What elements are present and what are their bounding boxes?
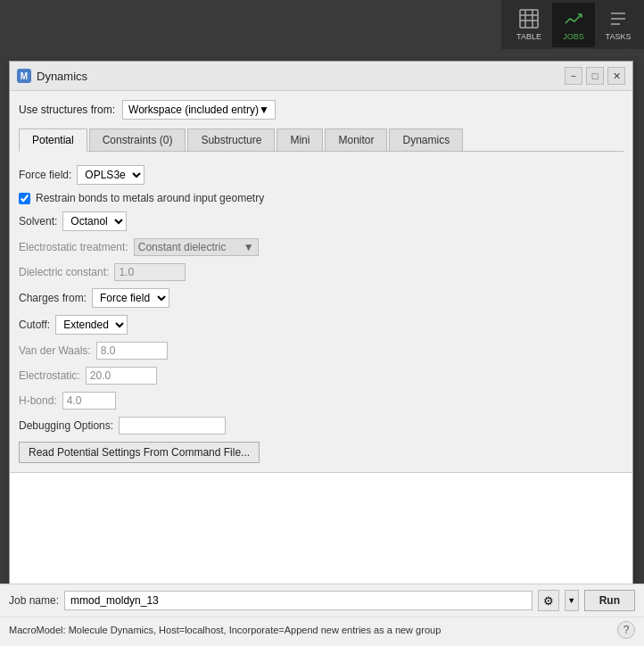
solvent-row: Solvent: Octanol: [19, 211, 623, 231]
dielectric-row: Dielectric constant:: [19, 263, 623, 281]
tabs: Potential Constraints (0) Substructure M…: [19, 128, 623, 152]
electrostatic2-label: Electrostatic:: [19, 369, 80, 382]
job-name-input[interactable]: [64, 591, 533, 610]
jobs-button[interactable]: JOBS: [552, 3, 595, 47]
footer-status-row: MacroModel: Molecule Dynamics, Host=loca…: [0, 617, 644, 642]
table-label: TABLE: [516, 32, 541, 41]
restrain-label: Restrain bonds to metals around input ge…: [36, 192, 264, 204]
cutoff-dropdown[interactable]: Extended: [55, 315, 128, 335]
tab-monitor[interactable]: Monitor: [325, 128, 387, 151]
gear-dropdown-button[interactable]: ▼: [565, 590, 579, 611]
force-field-label: Force field:: [19, 169, 71, 181]
maximize-button[interactable]: □: [586, 67, 604, 85]
tasks-button[interactable]: TASKS: [597, 3, 640, 47]
electrostatic-row: Electrostatic treatment: Constant dielec…: [19, 238, 623, 256]
restrain-checkbox[interactable]: [19, 193, 30, 204]
force-field-dropdown[interactable]: OPLS3e: [77, 165, 144, 185]
hbond-input[interactable]: [62, 392, 116, 410]
dialog-content: Use structures from: Workspace (included…: [10, 91, 632, 646]
charges-dropdown[interactable]: Force field: [92, 288, 169, 308]
svg-rect-0: [520, 10, 538, 28]
run-button[interactable]: Run: [584, 590, 635, 611]
footer: Job name: ⚙ ▼ Run MacroModel: Molecule D…: [0, 584, 644, 646]
force-field-row: Force field: OPLS3e: [19, 165, 623, 185]
electrostatic2-input[interactable]: [86, 367, 157, 385]
dialog-icon: M: [17, 69, 31, 83]
read-btn-row: Read Potential Settings From Command Fil…: [19, 442, 623, 463]
read-potential-button[interactable]: Read Potential Settings From Command Fil…: [19, 442, 260, 463]
charges-label: Charges from:: [19, 292, 87, 304]
minimize-button[interactable]: −: [565, 67, 582, 85]
use-structures-arrow: ▼: [259, 104, 269, 116]
debugging-label: Debugging Options:: [19, 419, 113, 432]
tasks-label: TASKS: [606, 32, 632, 41]
dialog-titlebar: M Dynamics − □ ✕: [10, 62, 632, 91]
dielectric-label: Dielectric constant:: [19, 266, 109, 278]
potential-tab-content: Force field: OPLS3e Restrain bonds to me…: [19, 161, 623, 468]
solvent-label: Solvent:: [19, 215, 57, 228]
dialog-controls: − □ ✕: [565, 67, 625, 85]
hbond-label: H-bond:: [19, 394, 57, 407]
use-structures-label: Use structures from:: [19, 104, 115, 116]
tab-mini[interactable]: Mini: [277, 128, 323, 151]
electrostatic-value: Constant dielectric: [138, 241, 227, 253]
dielectric-input: [114, 263, 186, 281]
vdw-input[interactable]: [96, 342, 168, 360]
top-toolbar: TABLE JOBS TASKS: [501, 0, 644, 49]
status-text: MacroModel: Molecule Dynamics, Host=loca…: [9, 625, 441, 635]
gear-button[interactable]: ⚙: [538, 590, 559, 611]
close-button[interactable]: ✕: [607, 67, 625, 85]
charges-row: Charges from: Force field: [19, 288, 623, 308]
jobs-label: JOBS: [563, 32, 584, 41]
job-name-label: Job name:: [9, 594, 59, 607]
restrain-row: Restrain bonds to metals around input ge…: [19, 192, 623, 204]
cutoff-label: Cutoff:: [19, 319, 50, 331]
electrostatic-arrow: ▼: [244, 241, 254, 253]
vdw-row: Van der Waals:: [19, 342, 623, 360]
table-button[interactable]: TABLE: [508, 3, 550, 47]
debugging-row: Debugging Options:: [19, 417, 623, 435]
dynamics-dialog: M Dynamics − □ ✕ Use structures from: Wo…: [9, 61, 633, 646]
dialog-title: Dynamics: [37, 70, 87, 83]
hbond-row: H-bond:: [19, 392, 623, 410]
debugging-input[interactable]: [119, 417, 226, 435]
solvent-dropdown[interactable]: Octanol: [62, 211, 127, 231]
help-button[interactable]: ?: [617, 621, 635, 639]
electrostatic-dropdown: Constant dielectric ▼: [134, 238, 259, 256]
cutoff-row: Cutoff: Extended: [19, 315, 623, 335]
use-structures-dropdown[interactable]: Workspace (included entry) ▼: [122, 100, 276, 120]
footer-job-row: Job name: ⚙ ▼ Run: [0, 584, 644, 617]
electrostatic2-row: Electrostatic:: [19, 367, 623, 385]
tab-substructure[interactable]: Substructure: [187, 128, 275, 151]
electrostatic-label: Electrostatic treatment:: [19, 241, 128, 253]
tab-dynamics[interactable]: Dynamics: [389, 128, 463, 151]
vdw-label: Van der Waals:: [19, 344, 91, 357]
tab-potential[interactable]: Potential: [19, 128, 87, 152]
tab-constraints[interactable]: Constraints (0): [89, 128, 186, 151]
use-structures-row: Use structures from: Workspace (included…: [19, 100, 623, 120]
use-structures-value: Workspace (included entry): [128, 104, 259, 116]
dialog-title-left: M Dynamics: [17, 69, 87, 83]
